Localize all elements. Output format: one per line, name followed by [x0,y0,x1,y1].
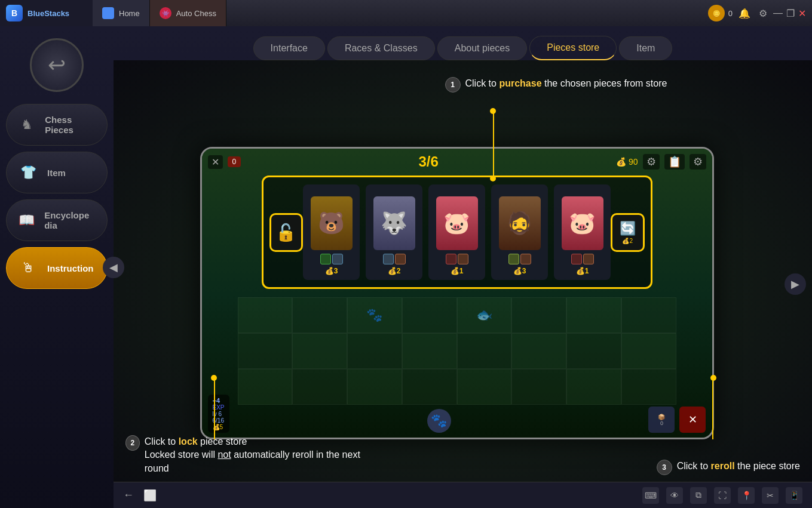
right-nav-arrow[interactable]: ▶ [785,273,806,295]
store-piece-0[interactable]: 🐻 💰3 [303,184,360,280]
game-area: 1 Click to purchase the chosen pieces fr… [114,60,812,508]
item-label: Item [47,168,66,178]
game-bottom-ui: +4 EXP lv 6 6/16 💰5 🐾 📦0 [208,395,706,433]
keyboard-icon[interactable]: ⌨ [642,487,659,504]
game-top-bar: ✕ 0 3/6 💰 90 ⚙ 📋 ⚙ [208,153,706,170]
annotation-1: 1 Click to purchase the chosen pieces fr… [445,77,744,93]
instruction-icon: 🖱 [16,256,40,280]
game-tab-label: Auto Chess [176,9,216,18]
reroll-icon: 🔄 [620,221,636,236]
annotation-1-circle: 1 [445,77,461,93]
tab-races-classes[interactable]: Races & Classes [327,36,435,60]
sidebar-item-instruction[interactable]: 🖱 Instruction [6,247,108,289]
store-piece-1[interactable]: 🐺 💰2 [366,184,422,280]
piece-icon-bear: 🐻 [311,196,353,250]
store-piece-2[interactable]: 🐷 💰1 [428,184,485,280]
maximize-button[interactable]: ❐ [786,8,795,19]
settings-icon[interactable]: ⚙ [756,5,770,21]
item-icon: 👕 [16,161,40,184]
annotation-dot-1-top [490,108,496,114]
annotation-dot-1-bottom [490,176,496,181]
sidebar: ↩ ♞ Chess Pieces 👕 Item 📖 Encyclope dia … [0,26,114,508]
piece-cost-3: 💰3 [513,267,526,275]
back-arrow-icon: ↩ [48,53,66,78]
sidebar-item-encyclopedia[interactable]: 📖 Encyclope dia [6,199,108,241]
notification-icon[interactable]: 🔔 [736,5,753,21]
annotation-line-2 [214,380,215,439]
chess-pieces-icon: ♞ [16,113,38,137]
fullscreen-icon[interactable]: ⛶ [714,487,731,504]
piece-badges-0 [320,254,343,264]
reroll-cost: 💰2 [622,238,633,244]
scissors-icon[interactable]: ✂ [762,487,779,504]
chess-pieces-label: Chess Pieces [45,115,97,135]
annotation-3: 3 Click to reroll the piece store [657,460,800,475]
main-content: ↩ ♞ Chess Pieces 👕 Item 📖 Encyclope dia … [0,26,812,508]
game-tab-icon: 👾 [160,7,171,19]
piece-icon-pig1: 🐷 [436,196,478,250]
store-panel: 🔓 🐻 💰3 [262,176,652,289]
sell-button[interactable]: ✕ [679,407,706,433]
tab-bar: Interface Races & Classes About pieces P… [114,26,812,60]
lock-button[interactable]: 🔓 [269,213,304,252]
eye-icon[interactable]: 👁 [666,487,683,504]
piece-icon-hunter: 🧔 [499,196,541,250]
right-content: Interface Races & Classes About pieces P… [114,26,812,508]
title-bar-right: 🪙 0 🔔 ⚙ — ❐ ✕ [708,5,812,21]
piece-badges-4 [571,254,594,264]
chess-board-area: 🐾 🐟 [238,297,676,405]
settings-game-icon[interactable]: ⚙ [643,154,660,170]
sidebar-collapse-arrow[interactable]: ◀ [103,257,124,278]
exp-panel[interactable]: +4 EXP lv 6 6/16 💰5 [208,395,229,433]
back-button[interactable]: ↩ [30,38,84,92]
tab-pieces-store[interactable]: Pieces store [529,36,617,60]
bluestacks-logo: B BlueStacks [0,0,93,26]
taskbar: ← ⬜ ⌨ 👁 ⧉ ⛶ 📍 ✂ 📱 [114,482,812,508]
multi-instance-icon[interactable]: ⧉ [690,487,707,504]
piece-cost-4: 💰1 [576,267,589,275]
piece-badges-1 [383,254,406,264]
game-frame: ✕ 0 3/6 💰 90 ⚙ 📋 ⚙ [200,147,714,439]
piece-badges-2 [446,254,468,264]
piece-cost-1: 💰2 [388,267,401,275]
chest-button[interactable]: 📦0 [648,407,675,433]
annotation-2: 2 Click to lock piece store Locked store… [125,435,364,475]
encyclopedia-label: Encyclope dia [44,210,97,230]
phone-icon[interactable]: 📱 [786,487,802,504]
sidebar-item-chess-pieces[interactable]: ♞ Chess Pieces [6,104,108,146]
annotation-dot-2 [211,375,217,381]
bluestacks-icon: B [6,5,23,21]
taskbar-home-icon[interactable]: ⬜ [143,489,157,502]
taskbar-back-icon[interactable]: ← [123,489,134,502]
location-icon[interactable]: 📍 [738,487,755,504]
annotation-1-text: Click to purchase the chosen pieces from… [465,77,667,90]
tab-item[interactable]: Item [619,36,672,60]
annotation-3-circle: 3 [657,460,672,475]
store-piece-3[interactable]: 🧔 💰3 [491,184,548,280]
reroll-button[interactable]: 🔄 💰2 [611,213,645,252]
sidebar-item-item[interactable]: 👕 Item [6,152,108,193]
tab-about-pieces[interactable]: About pieces [437,36,528,60]
title-bar-left: B BlueStacks Home 👾 Auto Chess [0,0,226,26]
minimize-button[interactable]: — [773,8,783,19]
home-tab-label: Home [119,9,140,18]
tab-home[interactable]: Home [93,0,150,26]
annotation-line-1 [493,111,494,180]
lock-icon: 🔓 [275,223,296,242]
piece-cost-2: 💰1 [451,267,464,275]
options-icon[interactable]: ⚙ [690,154,706,170]
store-piece-4[interactable]: 🐷 💰1 [554,184,611,280]
taskbar-left: ← ⬜ [123,489,157,502]
encyclopedia-icon: 📖 [16,208,37,232]
tab-game[interactable]: 👾 Auto Chess [150,0,226,26]
arrow-left-icon: ◀ [109,261,118,274]
coin-icon: 🪙 [708,5,725,21]
tab-interface[interactable]: Interface [253,36,325,60]
coin-count: 0 [728,9,733,18]
close-button[interactable]: ✕ [798,8,806,19]
taskbar-right: ⌨ 👁 ⧉ ⛶ 📍 ✂ 📱 [642,487,802,504]
board-piece-small: 🐾 [427,409,451,433]
journal-icon[interactable]: 📋 [664,154,685,170]
piece-icon-pig2: 🐷 [562,196,603,250]
annotation-2-text: Click to lock piece store Locked store w… [145,435,364,475]
